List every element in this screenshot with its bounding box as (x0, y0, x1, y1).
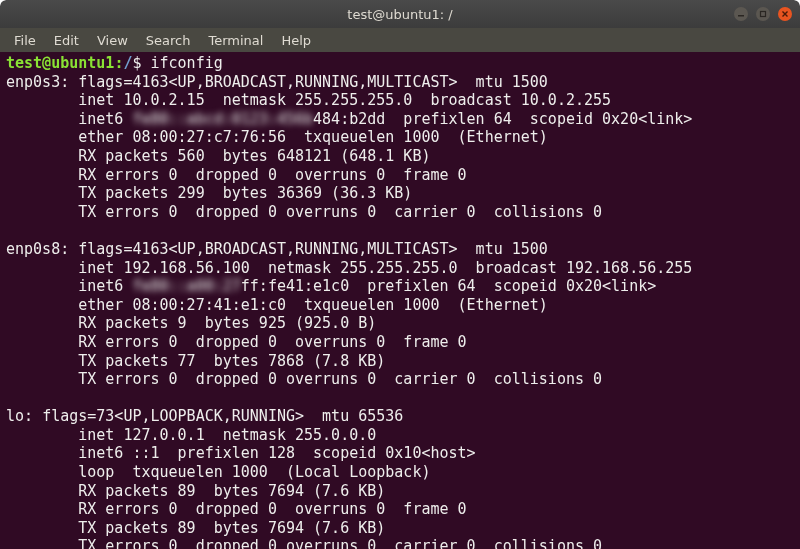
lo-name: lo (6, 407, 24, 425)
if1-name: enp0s8 (6, 240, 60, 258)
window-title: test@ubuntu1: / (0, 7, 800, 22)
lo-loop: loop txqueuelen 1000 (Local Loopback) (78, 463, 430, 481)
if1-txe: TX errors 0 dropped 0 overruns 0 carrier… (78, 370, 602, 388)
if1-inet4: inet 192.168.56.100 netmask 255.255.255.… (78, 259, 692, 277)
lo-txe: TX errors 0 dropped 0 overruns 0 carrier… (78, 537, 602, 549)
lo-flags: flags=73<UP,LOOPBACK,RUNNING> mtu 65536 (42, 407, 403, 425)
lo-inet6: inet6 ::1 prefixlen 128 scopeid 0x10<hos… (78, 444, 475, 462)
window-controls (734, 7, 792, 21)
prompt-user: test@ubuntu1 (6, 54, 114, 72)
if0-name: enp0s3 (6, 73, 60, 91)
svg-rect-0 (738, 15, 744, 17)
svg-rect-1 (761, 12, 766, 17)
if0-txe: TX errors 0 dropped 0 overruns 0 carrier… (78, 203, 602, 221)
if0-txp: TX packets 299 bytes 36369 (36.3 KB) (78, 184, 412, 202)
if0-inet4: inet 10.0.2.15 netmask 255.255.255.0 bro… (78, 91, 611, 109)
lo-rxp: RX packets 89 bytes 7694 (7.6 KB) (78, 482, 385, 500)
if1-rxp: RX packets 9 bytes 925 (925.0 B) (78, 314, 376, 332)
menu-search[interactable]: Search (138, 31, 199, 50)
if1-txp: TX packets 77 bytes 7868 (7.8 KB) (78, 352, 385, 370)
if0-rxe: RX errors 0 dropped 0 overruns 0 frame 0 (78, 166, 466, 184)
lo-inet4: inet 127.0.0.1 netmask 255.0.0.0 (78, 426, 376, 444)
lo-txp: TX packets 89 bytes 7694 (7.6 KB) (78, 519, 385, 537)
if0-rxp: RX packets 560 bytes 648121 (648.1 KB) (78, 147, 430, 165)
menu-terminal[interactable]: Terminal (200, 31, 271, 50)
close-button[interactable] (778, 7, 792, 21)
if0-ether: ether 08:00:27:c7:76:56 txqueuelen 1000 … (78, 128, 548, 146)
prompt-sigil: $ (132, 54, 150, 72)
if1-flags: flags=4163<UP,BROADCAST,RUNNING,MULTICAS… (78, 240, 548, 258)
menu-view[interactable]: View (89, 31, 136, 50)
if0-flags: flags=4163<UP,BROADCAST,RUNNING,MULTICAS… (78, 73, 548, 91)
prompt-cmd: ifconfig (151, 54, 223, 72)
menu-help[interactable]: Help (273, 31, 319, 50)
maximize-button[interactable] (756, 7, 770, 21)
minimize-button[interactable] (734, 7, 748, 21)
if1-rxe: RX errors 0 dropped 0 overruns 0 frame 0 (78, 333, 466, 351)
if1-ether: ether 08:00:27:41:e1:c0 txqueuelen 1000 … (78, 296, 548, 314)
if0-inet6-blur: fe80::abcd:0123:456b (132, 110, 313, 128)
lo-rxe: RX errors 0 dropped 0 overruns 0 frame 0 (78, 500, 466, 518)
window-titlebar: test@ubuntu1: / (0, 0, 800, 28)
if1-inet6-blur: fe80::a00:27 (132, 277, 240, 295)
menubar: File Edit View Search Terminal Help (0, 28, 800, 52)
if1-inet6: ff:fe41:e1c0 prefixlen 64 scopeid 0x20<l… (241, 277, 656, 295)
terminal-area[interactable]: test@ubuntu1:/$ ifconfig enp0s3: flags=4… (0, 52, 800, 549)
menu-edit[interactable]: Edit (46, 31, 87, 50)
menu-file[interactable]: File (6, 31, 44, 50)
if0-inet6: 484:b2dd prefixlen 64 scopeid 0x20<link> (313, 110, 692, 128)
